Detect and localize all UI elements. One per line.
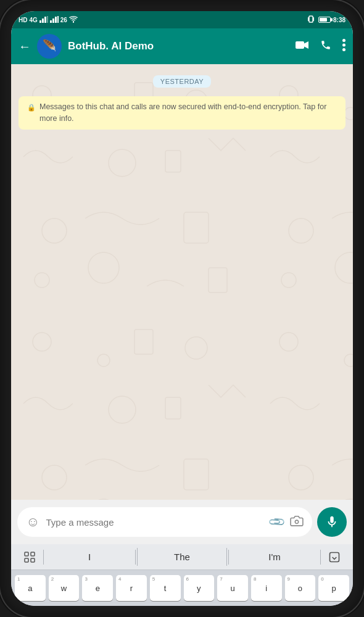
video-call-button[interactable] [296, 40, 309, 52]
message-input-area: ☺ 📎 [11, 500, 353, 544]
message-input-container: ☺ 📎 [17, 507, 312, 537]
contact-name[interactable]: BotHub. AI Demo [68, 40, 289, 52]
keyboard-keys-row: 1a 2w 3e 4r 5t 6y 7u 8i 9o 0p [11, 570, 353, 606]
key-r[interactable]: 4r [116, 575, 147, 601]
key-a[interactable]: 1a [15, 575, 46, 601]
suggestion-divider-left [43, 550, 44, 565]
attach-button[interactable]: 📎 [267, 512, 286, 531]
keyboard-collapse-icon[interactable] [322, 551, 347, 563]
phone-frame: HD 4G [0, 0, 364, 617]
svg-rect-19 [31, 552, 35, 556]
battery-icon [318, 17, 331, 23]
header-actions [296, 39, 345, 54]
status-right-indicators: 8:38 [307, 15, 345, 25]
key-w[interactable]: 2w [49, 575, 80, 601]
keyboard-grid-icon[interactable] [17, 552, 42, 563]
suggestion-divider-right [228, 550, 229, 565]
suggestion-im[interactable]: I'm [230, 548, 319, 566]
svg-point-17 [295, 520, 298, 523]
key-e[interactable]: 3e [82, 575, 113, 601]
emoji-button[interactable]: ☺ [26, 514, 39, 530]
wifi-icon [69, 16, 78, 24]
suggestion-i[interactable]: I [45, 548, 134, 566]
encryption-text: Messages to this chat and calls are now … [39, 101, 337, 125]
status-bar: HD 4G [11, 11, 353, 28]
svg-rect-3 [47, 16, 48, 23]
suggestion-the[interactable]: The [137, 548, 227, 566]
carrier-indicator: HD [19, 17, 27, 23]
camera-button[interactable] [290, 515, 304, 529]
encryption-notice[interactable]: 🔒 Messages to this chat and calls are no… [19, 96, 345, 130]
svg-rect-1 [42, 19, 44, 23]
message-input[interactable] [46, 517, 264, 528]
svg-rect-6 [55, 17, 57, 23]
contact-avatar[interactable]: 🪶 [37, 34, 62, 59]
voice-call-button[interactable] [320, 39, 331, 53]
signal-bar [39, 16, 48, 24]
voice-button[interactable] [317, 507, 347, 537]
phone-screen: HD 4G [11, 11, 353, 606]
key-p[interactable]: 0p [318, 575, 349, 601]
svg-rect-2 [44, 17, 46, 23]
status-left-indicators: HD 4G [19, 16, 78, 24]
svg-rect-5 [52, 19, 54, 23]
number-indicator: 26 [60, 17, 67, 23]
svg-rect-7 [57, 16, 59, 23]
key-o[interactable]: 9o [285, 575, 316, 601]
chat-messages-area: YESTERDAY 🔒 Messages to this chat and ca… [11, 64, 353, 500]
key-u[interactable]: 7u [217, 575, 248, 601]
svg-rect-10 [313, 17, 314, 21]
svg-rect-18 [25, 552, 28, 556]
svg-rect-9 [308, 17, 309, 21]
svg-point-15 [342, 44, 345, 47]
date-badge: YESTERDAY [153, 75, 211, 88]
svg-point-14 [342, 39, 345, 42]
suggestion-divider-far-right [320, 550, 321, 565]
key-y[interactable]: 6y [184, 575, 215, 601]
svg-rect-20 [25, 558, 28, 562]
svg-rect-13 [296, 41, 304, 49]
svg-rect-8 [309, 16, 313, 22]
svg-rect-22 [330, 552, 339, 561]
chat-header: ← 🪶 BotHub. AI Demo [11, 28, 353, 64]
svg-point-16 [342, 48, 345, 51]
time-display: 8:38 [333, 17, 345, 23]
svg-rect-0 [39, 20, 41, 23]
second-signal [50, 16, 59, 24]
svg-rect-4 [50, 20, 52, 23]
suggestion-divider-mid [135, 550, 136, 565]
vibrate-icon [307, 15, 315, 25]
key-t[interactable]: 5t [150, 575, 181, 601]
svg-text:🪶: 🪶 [43, 39, 57, 52]
svg-rect-21 [31, 558, 35, 562]
back-button[interactable]: ← [19, 39, 31, 54]
keyboard-suggestions-row: I The I'm [11, 544, 353, 570]
lock-icon: 🔒 [27, 102, 36, 113]
lte-indicator: 4G [29, 17, 37, 23]
more-options-button[interactable] [342, 39, 345, 54]
key-i[interactable]: 8i [251, 575, 282, 601]
keyboard-area: I The I'm 1a 2w 3e 4r 5t [11, 544, 353, 606]
